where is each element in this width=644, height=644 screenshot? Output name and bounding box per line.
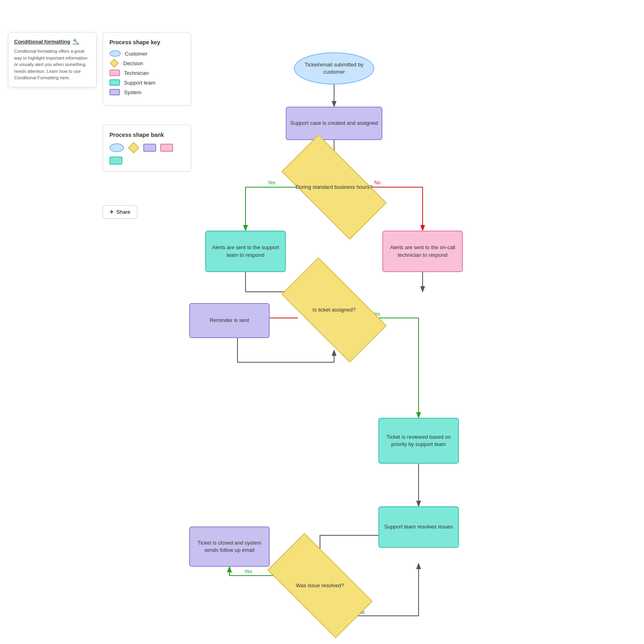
bank-rect-purple[interactable] xyxy=(143,144,156,152)
shape-bank-card: Process shape bank xyxy=(103,125,191,171)
shape-key-support-team: Support team xyxy=(109,79,184,86)
tooltip-title-text: Conditional formatting xyxy=(14,39,70,45)
decision-hours-text: During standard business hours? xyxy=(292,180,377,195)
shape-bank-title: Process shape bank xyxy=(109,132,184,138)
reminder-sent-node[interactable]: Reminder is sent xyxy=(189,303,270,338)
shape-key-technician: Technician xyxy=(109,70,184,76)
svg-text:Yes: Yes xyxy=(268,180,276,186)
alerts-support-node[interactable]: Alerts are sent to the support team to r… xyxy=(205,231,286,272)
wrench-icon: 🔧 xyxy=(72,38,79,45)
decision-assigned-text: Is ticket assigned? xyxy=(309,302,360,318)
decision-hours-node[interactable]: During standard business hours? xyxy=(286,161,382,213)
bank-diamond[interactable] xyxy=(128,142,139,153)
start-label: Ticket/email submitted by customer xyxy=(295,61,374,76)
alerts-oncall-label: Alerts are sent to the on-call technicia… xyxy=(383,244,462,258)
technician-label: Technician xyxy=(124,70,149,76)
ticket-closed-node[interactable]: Ticket is closed and system sends follow… xyxy=(189,526,270,567)
share-label: Share xyxy=(116,209,130,215)
customer-label: Customer xyxy=(125,51,147,57)
shape-key-title: Process shape key xyxy=(109,39,184,45)
support-team-label: Support team xyxy=(124,80,155,86)
shape-key-system: System xyxy=(109,89,184,95)
tooltip-body-text: Conditional formatting offers a great wa… xyxy=(14,49,87,80)
technician-shape xyxy=(109,70,120,76)
tooltip-body: Conditional formatting offers a great wa… xyxy=(14,48,91,81)
ticket-closed-label: Ticket is closed and system sends follow… xyxy=(190,539,269,554)
alerts-oncall-node[interactable]: Alerts are sent to the on-call technicia… xyxy=(382,231,463,272)
system-shape xyxy=(109,89,120,95)
share-button[interactable]: ✈ Share xyxy=(103,205,137,219)
support-resolves-label: Support team resolves issues xyxy=(384,523,453,530)
system-label: System xyxy=(124,89,141,95)
share-icon: ✈ xyxy=(109,209,114,215)
bank-oval[interactable] xyxy=(109,143,124,152)
shape-key-decision: Decision xyxy=(109,60,184,66)
conditional-formatting-tooltip: Conditional formatting 🔧 Conditional for… xyxy=(8,32,97,87)
decision-shape xyxy=(110,59,119,68)
customer-shape xyxy=(109,50,121,57)
support-team-shape xyxy=(109,79,120,86)
decision-resolved-node[interactable]: Was issue resolved? xyxy=(272,559,368,612)
flowchart: Yes No No Yes Yes xyxy=(205,24,632,636)
tooltip-title: Conditional formatting 🔧 xyxy=(14,38,91,45)
bank-rect-teal[interactable] xyxy=(109,157,122,165)
alerts-support-label: Alerts are sent to the support team to r… xyxy=(206,244,285,258)
case-created-node[interactable]: Support case is created and assigned xyxy=(286,107,382,140)
decision-assigned-node[interactable]: Is ticket assigned? xyxy=(286,284,382,336)
svg-text:Yes: Yes xyxy=(244,569,252,574)
ticket-reviewed-node[interactable]: Ticket is reviewed based on priority by … xyxy=(378,418,459,464)
support-resolves-node[interactable]: Support team resolves issues xyxy=(378,506,459,548)
shape-bank-row xyxy=(109,143,184,165)
shape-key-customer: Customer xyxy=(109,50,184,57)
bank-rect-pink[interactable] xyxy=(160,144,173,152)
ticket-reviewed-label: Ticket is reviewed based on priority by … xyxy=(379,433,458,448)
case-created-label: Support case is created and assigned xyxy=(290,120,378,127)
shape-key-card: Process shape key Customer Decision Tech… xyxy=(103,32,191,105)
decision-label: Decision xyxy=(123,60,143,66)
decision-resolved-text: Was issue resolved? xyxy=(292,578,348,593)
reminder-sent-label: Reminder is sent xyxy=(210,317,249,324)
start-node[interactable]: Ticket/email submitted by customer xyxy=(294,52,374,85)
